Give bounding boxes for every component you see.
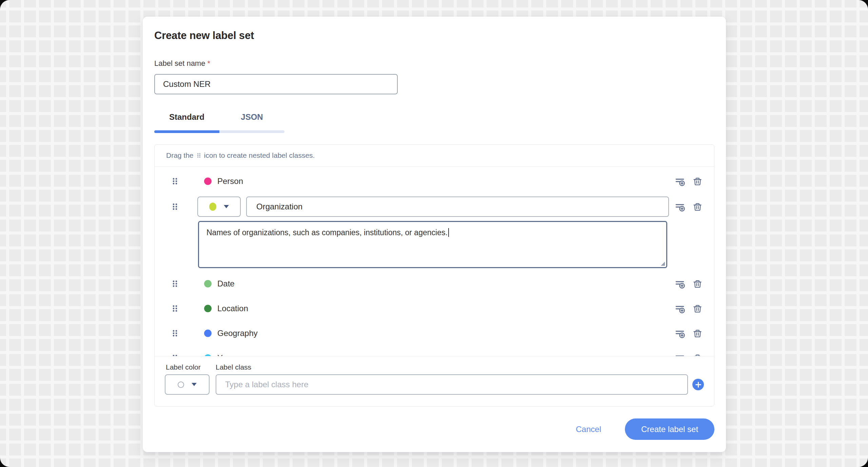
label-color-dot — [204, 354, 212, 356]
drag-handle-icon[interactable] — [172, 330, 178, 337]
label-set-name-input[interactable] — [154, 74, 398, 94]
plus-icon — [695, 382, 701, 388]
add-child-class-button[interactable] — [675, 278, 685, 289]
tab-standard[interactable]: Standard — [154, 112, 219, 122]
add-label-class-button[interactable] — [692, 379, 704, 390]
create-label-set-button[interactable]: Create label set — [625, 418, 714, 440]
label-color-dot — [204, 280, 212, 287]
label-color-dot — [204, 178, 212, 185]
label-class-name-input[interactable] — [246, 197, 669, 217]
label-class-name: Person — [217, 176, 243, 186]
label-row-date: Date — [155, 271, 714, 296]
label-row-location: Location — [155, 296, 714, 321]
delete-class-button[interactable] — [692, 303, 703, 314]
dialog-title: Create new label set — [154, 30, 714, 42]
new-label-color-dropdown[interactable] — [165, 374, 210, 395]
label-row-person: Person — [155, 169, 714, 193]
text-cursor — [448, 228, 449, 237]
label-class-name: Geography — [217, 329, 258, 338]
label-class-name: Location — [217, 304, 248, 313]
create-label-set-dialog: Create new label set Label set name* Sta… — [143, 17, 726, 452]
description-text: Names of organizations, such as companie… — [206, 228, 448, 237]
label-class-name: Year — [217, 353, 234, 356]
drag-hint-suffix: icon to create nested label classes. — [204, 151, 315, 160]
app-background: Create new label set Label set name* Sta… — [0, 0, 868, 467]
label-class-list: Person — [155, 167, 714, 356]
dialog-footer: Cancel Create label set — [154, 418, 714, 440]
label-row-year: Year — [155, 345, 714, 356]
delete-class-button[interactable] — [692, 328, 703, 339]
label-class-caption: Label class — [216, 363, 251, 371]
required-asterisk: * — [207, 59, 210, 68]
label-color-dot — [204, 305, 212, 312]
delete-class-button[interactable] — [692, 201, 703, 212]
label-row-geography: Geography — [155, 321, 714, 345]
drag-handle-icon[interactable] — [172, 203, 178, 210]
label-color-caption: Label color — [166, 363, 216, 371]
chevron-down-icon — [192, 383, 197, 386]
add-child-class-button[interactable] — [675, 176, 685, 187]
cancel-button[interactable]: Cancel — [576, 425, 601, 434]
delete-class-button[interactable] — [692, 176, 703, 187]
add-child-class-button[interactable] — [675, 328, 685, 339]
tab-underline-inactive — [219, 130, 284, 133]
label-set-name-label: Label set name* — [154, 59, 714, 68]
tab-underline-active — [154, 130, 219, 133]
delete-class-button[interactable] — [692, 353, 703, 356]
drag-handle-icon[interactable] — [172, 178, 178, 185]
label-class-name: Date — [217, 279, 235, 288]
drag-handle-icon[interactable] — [172, 280, 178, 287]
drag-handle-icon[interactable] — [172, 354, 178, 356]
drag-handle-icon — [197, 153, 201, 158]
label-class-description-textarea[interactable]: Names of organizations, such as companie… — [198, 221, 667, 268]
label-color-dot — [204, 330, 212, 337]
add-child-class-button[interactable] — [675, 201, 685, 212]
empty-color-dot — [178, 381, 184, 388]
tab-underline — [154, 130, 284, 133]
drag-handle-icon[interactable] — [172, 305, 178, 312]
drag-hint-prefix: Drag the — [166, 151, 194, 160]
chevron-down-icon — [224, 205, 229, 208]
add-child-class-button[interactable] — [675, 353, 685, 356]
label-classes-panel: Drag the icon to create nested label cla… — [154, 144, 714, 407]
resize-handle[interactable] — [661, 262, 665, 266]
new-label-class-input[interactable] — [216, 374, 688, 395]
selected-color-dot — [209, 203, 216, 211]
delete-class-button[interactable] — [692, 278, 703, 289]
label-color-dropdown[interactable] — [197, 197, 241, 217]
add-label-section: Label color Label class — [155, 356, 714, 407]
drag-hint: Drag the icon to create nested label cla… — [155, 145, 714, 167]
add-child-class-button[interactable] — [675, 303, 685, 314]
tab-json[interactable]: JSON — [219, 112, 284, 122]
label-row-organization-editing: Names of organizations, such as companie… — [155, 197, 714, 268]
tab-group: Standard JSON — [154, 112, 284, 133]
